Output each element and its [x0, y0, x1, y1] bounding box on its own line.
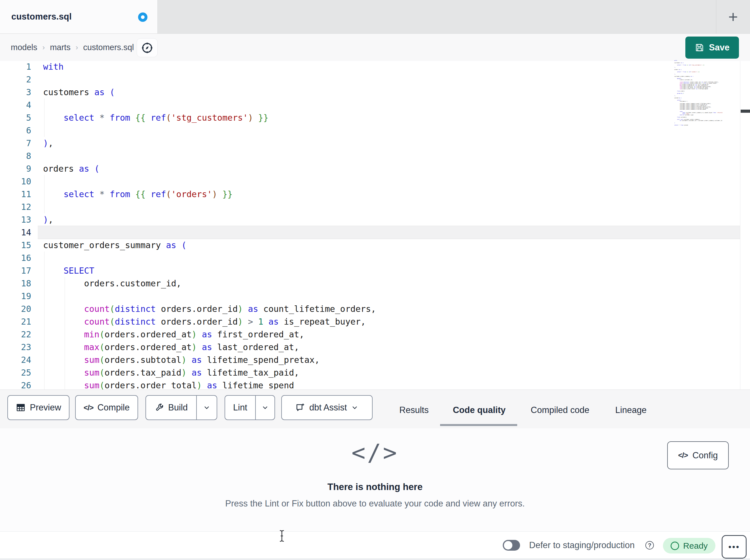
line-number[interactable]: 16 [0, 251, 31, 264]
code-line-4[interactable]: 4 [0, 99, 740, 111]
line-content[interactable] [38, 251, 740, 264]
line-number[interactable]: 2 [0, 73, 31, 86]
code-line-5[interactable]: 5 select * from {{ ref('stg_customers') … [0, 111, 740, 124]
config-button[interactable]: </> Config [667, 441, 729, 469]
line-number[interactable]: 19 [0, 290, 31, 303]
code-line-23[interactable]: 23 max(orders.ordered_at) as last_ordere… [0, 341, 740, 353]
line-number[interactable]: 12 [0, 201, 31, 213]
line-content[interactable] [38, 226, 740, 239]
code-line-11[interactable]: 11 select * from {{ ref('orders') }} [0, 188, 740, 201]
code-line-6[interactable]: 6 [0, 124, 740, 137]
line-content[interactable]: sum(orders.tax_paid) as lifetime_tax_pai… [38, 366, 740, 379]
line-content[interactable]: min(orders.ordered_at) as first_ordered_… [38, 328, 740, 341]
help-icon[interactable]: ? [645, 541, 654, 549]
line-content[interactable]: sum(orders.subtotal) as lifetime_spend_p… [38, 353, 740, 366]
code-line-17[interactable]: 17 SELECT [0, 264, 740, 277]
tab-compiled-code[interactable]: Compiled code [526, 403, 594, 417]
navigate-compass-button[interactable] [137, 38, 158, 57]
line-content[interactable]: SELECT [38, 264, 740, 277]
tab-code-quality[interactable]: Code quality [450, 403, 509, 417]
line-number[interactable]: 18 [0, 277, 31, 290]
lint-dropdown-button[interactable] [256, 403, 275, 412]
build-split-button[interactable]: Build [145, 395, 217, 420]
line-content[interactable] [38, 73, 740, 86]
code-line-8[interactable]: 8 [0, 149, 740, 162]
code-line-10[interactable]: 10 [0, 175, 740, 188]
tab-customers-sql[interactable]: customers.sql [0, 0, 158, 34]
code-line-15[interactable]: 15customer_orders_summary as ( [0, 239, 740, 251]
line-number[interactable]: 8 [0, 149, 31, 162]
line-number[interactable]: 13 [0, 213, 31, 226]
line-number[interactable]: 3 [0, 86, 31, 99]
line-number[interactable]: 17 [0, 264, 31, 277]
line-content[interactable] [38, 290, 740, 303]
code-line-9[interactable]: 9orders as ( [0, 162, 740, 175]
line-number[interactable]: 23 [0, 341, 31, 353]
dbt-assist-button[interactable]: dbt Assist [281, 395, 373, 420]
line-content[interactable]: customers as ( [38, 86, 740, 99]
code-line-25[interactable]: 25 sum(orders.tax_paid) as lifetime_tax_… [0, 366, 740, 379]
line-content[interactable] [38, 124, 740, 137]
tab-results[interactable]: Results [396, 403, 432, 417]
code-editor[interactable]: 1with23customers as (45 select * from {{… [0, 61, 750, 390]
code-line-14[interactable]: 14 [0, 226, 740, 239]
line-content[interactable] [38, 175, 740, 188]
line-content[interactable]: ), [38, 213, 740, 226]
line-number[interactable]: 9 [0, 162, 31, 175]
code-line-13[interactable]: 13), [0, 213, 740, 226]
code-line-21[interactable]: 21 count(distinct orders.order_id) > 1 a… [0, 315, 740, 328]
code-line-2[interactable]: 2 [0, 73, 740, 86]
line-number[interactable]: 7 [0, 137, 31, 149]
line-content[interactable] [38, 99, 740, 111]
line-content[interactable] [38, 149, 740, 162]
lint-label[interactable]: Lint [225, 402, 255, 413]
code-line-22[interactable]: 22 min(orders.ordered_at) as first_order… [0, 328, 740, 341]
line-content[interactable]: select * from {{ ref('stg_customers') }} [38, 111, 740, 124]
line-number[interactable]: 10 [0, 175, 31, 188]
line-number[interactable]: 1 [0, 60, 31, 73]
line-content[interactable]: select * from {{ ref('orders') }} [38, 188, 740, 201]
line-number[interactable]: 20 [0, 303, 31, 315]
line-content[interactable]: count(distinct orders.order_id) as count… [38, 303, 740, 315]
compile-button[interactable]: </> Compile [75, 395, 138, 420]
code-line-16[interactable]: 16 [0, 251, 740, 264]
build-dropdown-button[interactable] [197, 403, 217, 412]
line-number[interactable]: 14 [0, 226, 31, 239]
line-content[interactable] [38, 201, 740, 213]
save-button[interactable]: Save [685, 37, 739, 59]
code-line-12[interactable]: 12 [0, 201, 740, 213]
lint-split-button[interactable]: Lint [224, 395, 275, 420]
code-line-7[interactable]: 7), [0, 137, 740, 149]
line-content[interactable]: customer_orders_summary as ( [38, 239, 740, 251]
code-line-24[interactable]: 24 sum(orders.subtotal) as lifetime_spen… [0, 353, 740, 366]
line-number[interactable]: 4 [0, 99, 31, 111]
line-content[interactable]: count(distinct orders.order_id) > 1 as i… [38, 315, 740, 328]
code-rows[interactable]: 1with23customers as (45 select * from {{… [0, 60, 740, 392]
preview-button[interactable]: Preview [7, 395, 70, 420]
breadcrumb-item-file[interactable]: customers.sql [83, 43, 134, 52]
code-line-1[interactable]: 1with [0, 60, 740, 73]
line-number[interactable]: 21 [0, 315, 31, 328]
line-content[interactable]: with [38, 60, 740, 73]
scrollbar-thumb[interactable] [741, 110, 750, 113]
line-number[interactable]: 15 [0, 239, 31, 251]
code-line-19[interactable]: 19 [0, 290, 740, 303]
line-content[interactable]: orders.customer_id, [38, 277, 740, 290]
tab-lineage[interactable]: Lineage [612, 403, 649, 417]
breadcrumb-item-models[interactable]: models [11, 43, 37, 52]
build-main[interactable]: Build [146, 402, 196, 413]
line-content[interactable]: max(orders.ordered_at) as last_ordered_a… [38, 341, 740, 353]
code-line-20[interactable]: 20 count(distinct orders.order_id) as co… [0, 303, 740, 315]
breadcrumb-item-marts[interactable]: marts [50, 43, 71, 52]
line-number[interactable]: 11 [0, 188, 31, 201]
line-number[interactable]: 22 [0, 328, 31, 341]
new-tab-button[interactable]: + [723, 5, 744, 28]
line-number[interactable]: 24 [0, 353, 31, 366]
ready-status-badge[interactable]: Ready [663, 538, 715, 554]
line-number[interactable]: 5 [0, 111, 31, 124]
line-number[interactable]: 25 [0, 366, 31, 379]
line-content[interactable]: ), [38, 137, 740, 149]
code-line-18[interactable]: 18 orders.customer_id, [0, 277, 740, 290]
minimap[interactable]: withcustomers as ( select * from {{ ref(… [674, 60, 723, 126]
defer-toggle[interactable] [503, 540, 520, 551]
